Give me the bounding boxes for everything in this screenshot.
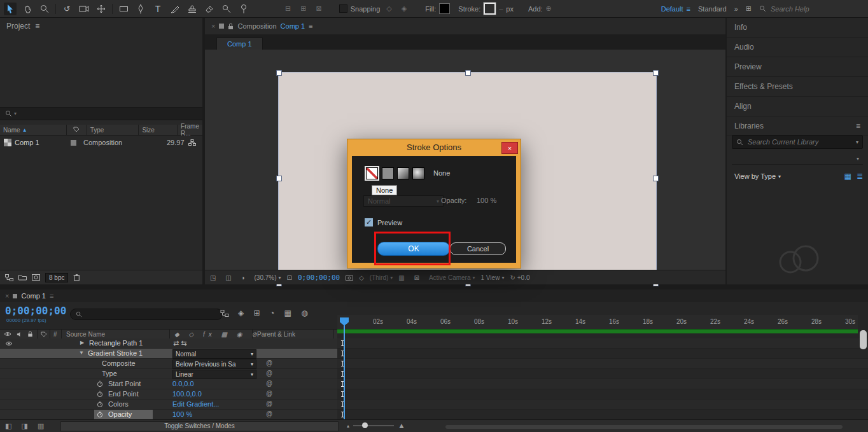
zoom-out-mountain-icon[interactable]: ▴ — [347, 423, 349, 429]
project-item-comp1[interactable]: Comp 1 Composition 29.97 — [0, 136, 202, 149]
sidebar-item-libraries[interactable]: Libraries ≡ — [727, 116, 868, 136]
exposure-control[interactable]: ↻ +0.0 — [510, 274, 529, 281]
layer-switches-column-icons[interactable]: ◆ ◇ fx ▦ ◉ ⊘ — [174, 331, 261, 338]
lock-icon[interactable] — [27, 331, 33, 337]
selection-handle[interactable] — [465, 70, 471, 76]
stopwatch-icon[interactable] — [97, 391, 103, 398]
composition-mini-flowchart-icon[interactable] — [220, 310, 229, 317]
column-name[interactable]: Name ▲ — [0, 125, 67, 135]
fill-swatch[interactable] — [439, 3, 450, 14]
pen-tool-icon[interactable] — [134, 3, 147, 15]
sidebar-item-align[interactable]: Align — [727, 97, 868, 116]
row-colors[interactable]: Colors Edit Gradient... @ — [0, 400, 868, 410]
close-tab-icon[interactable]: × — [211, 22, 215, 30]
pan-behind-tool-icon[interactable] — [95, 3, 108, 15]
column-type[interactable]: Type — [87, 125, 139, 135]
selection-tool-icon[interactable] — [4, 3, 17, 15]
stroke-style-solid-swatch[interactable] — [382, 167, 394, 179]
parent-link-column[interactable]: Parent & Link — [257, 331, 295, 338]
zoom-control[interactable]: (30.7%) ▾ — [255, 274, 281, 281]
stroke-style-radial-gradient-swatch[interactable] — [412, 167, 424, 179]
row-rectangle-path[interactable]: ▶ Rectangle Path 1 ⇄ ⇆ — [0, 338, 868, 349]
edit-gradient-link[interactable]: Edit Gradient... — [172, 400, 219, 408]
sidebar-item-effects-presets[interactable]: Effects & Presets — [727, 77, 868, 97]
stopwatch-icon[interactable] — [97, 401, 103, 408]
workspace-overflow-icon[interactable]: » — [734, 5, 738, 13]
collapse-icon[interactable]: ▼ — [79, 350, 84, 356]
workspace-standard[interactable]: Standard — [698, 5, 727, 13]
eye-icon[interactable] — [5, 341, 13, 346]
type-dropdown[interactable]: Linear ▾ — [172, 370, 256, 379]
view-by-type-control[interactable]: View by Type ▾ ▦ ≣ — [734, 171, 863, 182]
grid-view-icon[interactable]: ▦ — [844, 172, 851, 181]
opacity-row-value[interactable]: 100 % — [172, 410, 192, 418]
channel-icon[interactable]: ◇ — [359, 274, 364, 281]
preview-checkbox[interactable]: ✓ — [365, 218, 373, 226]
vertical-scrollbar-thumb[interactable] — [860, 330, 867, 349]
brush-tool-icon[interactable] — [169, 3, 181, 15]
workspace-default[interactable]: Default — [661, 5, 683, 13]
zoom-slider-track[interactable] — [353, 425, 394, 426]
cancel-button[interactable]: Cancel — [450, 242, 506, 255]
zoom-slider-handle[interactable] — [362, 422, 368, 428]
caret-down-icon[interactable]: ▾ — [856, 139, 858, 145]
pickwhip-icon[interactable]: @ — [266, 390, 272, 397]
resolution-control[interactable]: (Third) ▾ — [370, 274, 393, 281]
row-end-point[interactable]: End Point 100.0,0.0 @ — [0, 389, 868, 400]
horizontal-scrollbar[interactable] — [445, 425, 843, 429]
stroke-style-none-swatch[interactable] — [366, 167, 378, 179]
column-frame-rate[interactable]: Frame R... — [178, 125, 202, 135]
playhead-line[interactable] — [344, 325, 345, 419]
bit-depth-button[interactable]: 8 bpc — [45, 273, 68, 282]
time-ruler[interactable]: 0s 02s 04s 06s 08s 10s 12s 14s 16s 18s 2… — [337, 315, 858, 330]
axis-mode-icons[interactable]: ⊟ ⊞ ⊠ — [285, 4, 326, 13]
new-composition-icon[interactable] — [32, 274, 40, 281]
timeline-toggle-icons[interactable]: ◈ ⊞ ◔ ▦ ◍ — [238, 309, 312, 317]
new-folder-icon[interactable] — [18, 274, 27, 281]
label-column-icon[interactable] — [41, 331, 47, 338]
snapshot-camera-icon[interactable] — [346, 275, 353, 281]
audio-icon[interactable] — [17, 331, 22, 337]
stroke-width-field[interactable]: – — [499, 5, 503, 13]
stopwatch-icon[interactable] — [97, 380, 103, 387]
region-of-interest-icons[interactable]: ▥ ⊠ — [398, 274, 423, 281]
current-timecode[interactable]: 0;00;00;00 — [5, 305, 66, 317]
zoom-tool-icon[interactable] — [38, 3, 51, 15]
timeline-tab-comp1[interactable]: Comp 1 — [21, 292, 46, 300]
pickwhip-icon[interactable]: @ — [266, 359, 272, 366]
library-search[interactable]: ▾ — [732, 135, 863, 149]
stroke-swatch[interactable] — [484, 3, 496, 15]
eraser-tool-icon[interactable] — [203, 3, 216, 15]
snapping-option-icons[interactable]: ◇ ◈ — [386, 4, 410, 13]
view-layout-control[interactable]: 1 View ▾ — [481, 274, 505, 281]
camera-tool-icon[interactable] — [78, 3, 90, 15]
lock-icon[interactable] — [228, 23, 234, 30]
row-composite[interactable]: Composite Below Previous in Sa ▾ @ — [0, 359, 868, 369]
pickwhip-icon[interactable]: @ — [266, 410, 272, 417]
sidebar-item-audio[interactable]: Audio — [727, 38, 868, 57]
trash-icon[interactable] — [73, 274, 80, 281]
viewer-option-icons[interactable]: ◳ ◫ ◑ — [210, 274, 249, 281]
pickwhip-icon[interactable]: @ — [266, 400, 272, 407]
dialog-close-button[interactable]: × — [501, 142, 518, 154]
workspace-menu-icon[interactable]: ≡ — [687, 5, 690, 13]
hand-tool-icon[interactable] — [21, 3, 34, 15]
project-flowchart-icon[interactable] — [5, 274, 13, 281]
timeline-zoom-slider[interactable]: ▴ ▲ — [347, 421, 405, 430]
stopwatch-icon[interactable] — [97, 411, 103, 418]
close-tab-icon[interactable]: × — [5, 292, 9, 300]
viewer-tab-comp1[interactable]: Comp 1 — [216, 38, 263, 50]
start-point-value[interactable]: 0.0,0.0 — [172, 380, 194, 387]
library-select-dropdown[interactable]: ▾ — [732, 153, 863, 165]
selection-handle[interactable] — [276, 70, 282, 76]
project-panel-menu-icon[interactable]: ≡ — [35, 22, 39, 31]
clone-stamp-tool-icon[interactable] — [186, 3, 199, 15]
puppet-pin-tool-icon[interactable] — [237, 3, 250, 15]
eye-icon[interactable] — [4, 331, 11, 337]
sidebar-item-preview[interactable]: Preview — [727, 57, 868, 77]
selection-handle[interactable] — [653, 176, 659, 181]
list-view-icon[interactable]: ≣ — [857, 172, 863, 181]
composition-panel-menu-icon[interactable]: ≡ — [309, 22, 312, 30]
rectangle-tool-icon[interactable] — [117, 3, 130, 15]
viewer-timecode[interactable]: 0;00;00;00 — [298, 274, 340, 282]
